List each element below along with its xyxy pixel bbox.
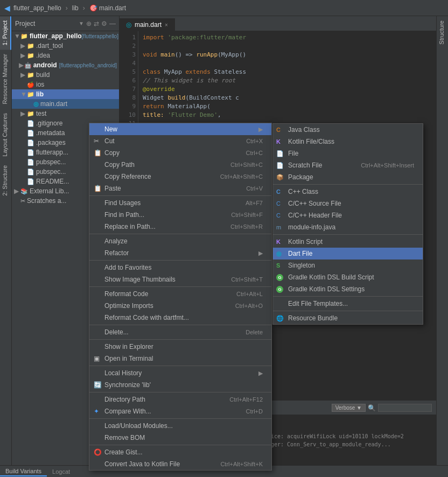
submenu-java-class[interactable]: C Java Class [273,124,423,136]
menu-item-open-terminal[interactable]: ▣ Open in Terminal [89,353,271,364]
menu-item-delete[interactable]: Delete... Delete [89,326,271,338]
menu-item-replace[interactable]: Replace in Path... Ctrl+Shift+R [89,221,271,233]
sep1 [89,195,271,196]
reformat-label: Reformat Code [104,290,148,298]
cut-shortcut: Ctrl+X [235,138,263,144]
sep4 [89,286,271,287]
submenu-gradle-settings[interactable]: G Gradle Kotlin DSL Settings [273,283,423,295]
cpp-class-icon: C [276,188,281,195]
submenu-kotlin-file[interactable]: K Kotlin File/Class [273,136,423,148]
gradle-build-icon: G [276,274,283,281]
delete-shortcut: Delete [235,329,263,335]
cpp-class-label: C++ Class [288,188,318,195]
resource-bundle-label: Resource Bundle [288,314,338,322]
copy-shortcut: Ctrl+C [235,150,263,156]
copy-ref-shortcut: Ctrl+Alt+Shift+C [209,173,263,180]
singleton-label: Singleton [288,262,315,269]
submenu-gradle-build[interactable]: G Gradle Kotlin DSL Build Script [273,271,423,283]
find-path-shortcut: Ctrl+Shift+F [220,212,263,218]
module-info-label: module-info.java [288,223,335,231]
singleton-icon: S [276,262,280,269]
convert-kotlin-label: Convert Java to Kotlin File [104,460,180,468]
refactor-label: Refactor [104,249,129,257]
menu-item-reformat[interactable]: Reformat Code Ctrl+Alt+L [89,288,271,300]
menu-item-refactor[interactable]: Refactor ▶ [89,247,271,259]
menu-item-copy-path[interactable]: Copy Path Ctrl+Shift+C [89,159,271,171]
sep5 [89,325,271,325]
submenu-cpp-header[interactable]: C C/C++ Header File [273,209,423,221]
convert-kotlin-shortcut: Ctrl+Alt+Shift+K [209,461,263,467]
sep7 [89,366,271,366]
sep9 [89,418,271,419]
optimize-shortcut: Ctrl+Alt+O [225,303,263,309]
menu-item-add-favorites[interactable]: Add to Favorites [89,262,271,273]
gradle-build-label: Gradle Kotlin DSL Build Script [288,273,374,281]
menu-item-analyze[interactable]: Analyze [89,235,271,247]
menu-item-cut[interactable]: ✂ Cut Ctrl+X [89,135,271,147]
cpp-source-icon: C [276,200,281,207]
kotlin-script-icon: K [276,238,281,245]
submenu-resource-bundle[interactable]: 🌐 Resource Bundle [273,312,423,324]
context-menu-overlay[interactable]: ▶ New ✂ Cut Ctrl+X 📋 Copy Ctrl+C Copy Pa… [0,0,448,477]
find-usages-shortcut: Alt+F7 [235,200,263,206]
open-terminal-label: Open in Terminal [104,355,153,362]
find-usages-label: Find Usages [104,199,141,207]
menu-item-find-in-path[interactable]: Find in Path... Ctrl+Shift+F [89,209,271,221]
menu-item-compare[interactable]: ✦ Compare With... Ctrl+D [89,405,271,417]
submenu-cpp-class[interactable]: C C++ Class [273,186,423,198]
new-label: New [104,125,248,133]
local-history-arrow: ▶ [248,370,263,377]
dart-file-icon: ◎ [276,250,282,257]
submenu-file[interactable]: 📄 File [273,148,423,159]
menu-item-local-history[interactable]: Local History ▶ [89,367,271,379]
file-label: File [288,150,298,157]
submenu-dart-file[interactable]: ◎ Dart File [273,248,423,259]
menu-item-convert-kotlin[interactable]: Convert Java to Kotlin File Ctrl+Alt+Shi… [89,458,271,470]
refactor-arrow: ▶ [248,250,263,257]
menu-item-create-gist[interactable]: ⭕ Create Gist... [89,446,271,458]
cut-label: Cut [104,137,115,145]
sync-label: Synchronize 'lib' [104,381,151,389]
menu-item-load-modules[interactable]: Load/Unload Modules... [89,420,271,432]
sub-sep3 [273,296,423,297]
terminal-icon: ▣ [94,355,100,362]
submenu-scratch[interactable]: 📄 Scratch File Ctrl+Alt+Shift+Insert [273,159,423,171]
dart-file-label: Dart File [288,250,312,257]
menu-item-reformat-dart[interactable]: Reformat Code with dartfmt... [89,312,271,324]
copy-ref-label: Copy Reference [104,173,151,180]
submenu-module-info[interactable]: m module-info.java [273,221,423,233]
menu-item-new[interactable]: ▶ New [89,123,271,135]
add-fav-label: Add to Favorites [104,264,151,271]
submenu-package[interactable]: 📦 Package [273,171,423,183]
submenu-kotlin-script[interactable]: K Kotlin Script [273,236,423,248]
menu-item-copy-ref[interactable]: Copy Reference Ctrl+Alt+Shift+C [89,171,271,183]
paste-label: Paste [104,185,121,192]
paste-icon: 📋 [94,185,102,192]
menu-item-show-explorer[interactable]: Show in Explorer [89,341,271,353]
kotlin-file-label: Kotlin File/Class [288,138,334,145]
cpp-header-label: C/C++ Header File [288,212,342,219]
submenu-edit-templates[interactable]: Edit File Templates... [273,298,423,310]
sep8 [89,392,271,392]
menu-item-synchronize[interactable]: 🔄 Synchronize 'lib' [89,379,271,391]
sub-sep2 [273,234,423,235]
cpp-source-label: C/C++ Source File [288,200,341,207]
menu-item-copy[interactable]: 📋 Copy Ctrl+C [89,147,271,159]
menu-item-show-thumbnails[interactable]: Show Image Thumbnails Ctrl+Shift+T [89,273,271,285]
package-label: Package [288,173,313,181]
menu-item-remove-bom[interactable]: Remove BOM [89,432,271,444]
menu-item-dir-path[interactable]: Directory Path Ctrl+Alt+F12 [89,394,271,405]
submenu-cpp-source[interactable]: C C/C++ Source File [273,198,423,209]
new-submenu: C Java Class K Kotlin File/Class 📄 File … [272,123,423,325]
gradle-settings-label: Gradle Kotlin DSL Settings [288,285,365,293]
replace-label: Replace in Path... [104,223,156,230]
kotlin-script-label: Kotlin Script [288,238,323,245]
cut-icon: ✂ [94,137,99,145]
menu-item-optimize[interactable]: Optimize Imports Ctrl+Alt+O [89,300,271,312]
replace-shortcut: Ctrl+Shift+R [220,223,263,230]
copy-label: Copy [104,149,120,157]
resource-bundle-icon: 🌐 [276,315,284,322]
menu-item-find-usages[interactable]: Find Usages Alt+F7 [89,197,271,209]
menu-item-paste[interactable]: 📋 Paste Ctrl+V [89,183,271,194]
submenu-singleton[interactable]: S Singleton [273,259,423,271]
